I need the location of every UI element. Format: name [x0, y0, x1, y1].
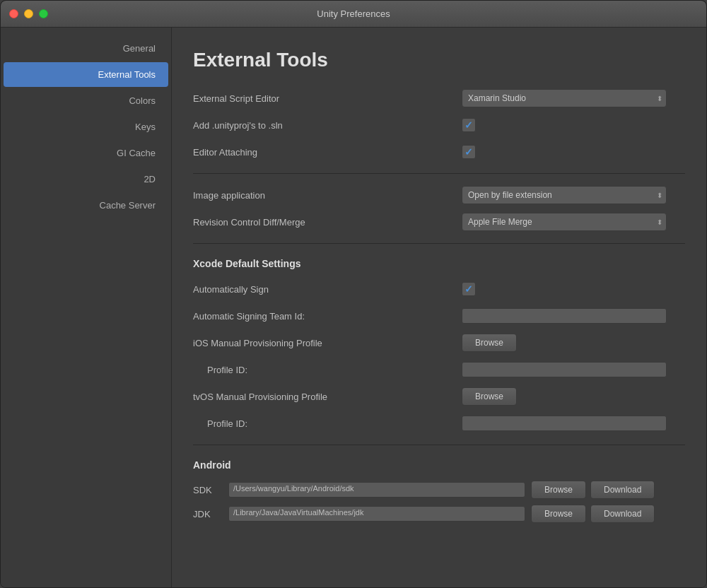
tvos-profile-id-row: Profile ID: [193, 413, 685, 433]
android-sdk-download-button[interactable]: Download [590, 481, 655, 499]
auto-sign-checkbox[interactable] [462, 282, 476, 296]
ios-profile-label: iOS Manual Provisioning Profile [193, 338, 462, 348]
editor-attaching-checkbox[interactable] [462, 145, 476, 159]
separator-3 [193, 445, 685, 445]
ios-profile-row: iOS Manual Provisioning Profile Browse [193, 333, 685, 353]
maximize-button[interactable] [39, 9, 48, 18]
android-sdk-row: SDK /Users/wangyu/Library/Android/sdk Br… [193, 481, 685, 499]
ios-profile-id-row: Profile ID: [193, 360, 685, 380]
revision-control-dropdown[interactable]: Apple File Merge [462, 213, 667, 231]
sidebar-item-cache-server[interactable]: Cache Server [4, 193, 168, 218]
minimize-button[interactable] [24, 9, 33, 18]
tvos-profile-id-input[interactable] [462, 416, 667, 431]
android-jdk-browse-button[interactable]: Browse [531, 505, 586, 523]
ios-profile-id-input[interactable] [462, 362, 667, 377]
add-unityproj-checkbox[interactable] [462, 118, 476, 132]
external-script-editor-dropdown[interactable]: Xamarin Studio [462, 89, 667, 107]
xcode-section-header: Xcode Default Settings [193, 258, 685, 269]
sidebar-item-label: Keys [135, 122, 156, 132]
sidebar-item-label: 2D [144, 174, 156, 184]
main-container: General External Tools Colors Keys GI Ca… [1, 28, 706, 587]
image-application-wrapper: Open by file extension [462, 186, 667, 204]
sidebar-item-label: Cache Server [100, 200, 156, 211]
tvos-profile-row: tvOS Manual Provisioning Profile Browse [193, 387, 685, 406]
auto-signing-team-row: Automatic Signing Team Id: [193, 306, 685, 326]
tvos-profile-label: tvOS Manual Provisioning Profile [193, 392, 462, 402]
ios-browse-button[interactable]: Browse [462, 334, 517, 352]
editor-attaching-label: Editor Attaching [193, 147, 462, 158]
editor-attaching-row: Editor Attaching [193, 142, 685, 162]
android-sdk-browse-button[interactable]: Browse [531, 481, 586, 499]
android-jdk-buttons: Browse Download [531, 505, 655, 523]
content-area: External Tools External Script Editor Xa… [172, 28, 706, 587]
tvos-profile-id-label: Profile ID: [193, 418, 462, 429]
auto-signing-team-input[interactable] [462, 308, 667, 324]
titlebar-buttons [9, 9, 48, 18]
titlebar: Unity Preferences [1, 1, 706, 28]
add-unityproj-label: Add .unityproj's to .sln [193, 120, 462, 131]
sidebar-item-2d[interactable]: 2D [4, 167, 168, 192]
image-application-label: Image application [193, 190, 462, 201]
android-sdk-path: /Users/wangyu/Library/Android/sdk [228, 482, 525, 498]
page-title: External Tools [193, 49, 685, 71]
sidebar-item-general[interactable]: General [4, 36, 168, 61]
auto-sign-label: Automatically Sign [193, 284, 462, 295]
sidebar-item-colors[interactable]: Colors [4, 88, 168, 113]
external-script-editor-label: External Script Editor [193, 93, 462, 104]
separator-1 [193, 173, 685, 174]
auto-sign-row: Automatically Sign [193, 279, 685, 299]
sidebar-item-label: General [123, 43, 156, 54]
image-application-row: Image application Open by file extension [193, 185, 685, 205]
close-button[interactable] [9, 9, 18, 18]
separator-2 [193, 243, 685, 244]
sidebar-item-gi-cache[interactable]: GI Cache [4, 141, 168, 165]
sidebar-item-label: Colors [129, 95, 156, 106]
window-frame: Unity Preferences General External Tools… [0, 0, 707, 588]
android-jdk-label: JDK [193, 509, 228, 519]
window-title: Unity Preferences [317, 8, 390, 19]
android-sdk-label: SDK [193, 485, 228, 495]
android-jdk-path: /Library/Java/JavaVirtualMachines/jdk [228, 506, 525, 522]
android-section-header: Android [193, 459, 685, 471]
sidebar-item-label: GI Cache [117, 148, 156, 158]
android-jdk-row: JDK /Library/Java/JavaVirtualMachines/jd… [193, 505, 685, 523]
sidebar-item-external-tools[interactable]: External Tools [4, 62, 168, 87]
sidebar-item-label: External Tools [98, 69, 156, 80]
ios-profile-id-label: Profile ID: [193, 365, 462, 375]
sidebar-item-keys[interactable]: Keys [4, 114, 168, 139]
android-sdk-buttons: Browse Download [531, 481, 655, 499]
revision-control-row: Revision Control Diff/Merge Apple File M… [193, 212, 685, 232]
tvos-browse-button[interactable]: Browse [462, 387, 517, 406]
image-application-dropdown[interactable]: Open by file extension [462, 186, 667, 204]
add-unityproj-row: Add .unityproj's to .sln [193, 115, 685, 135]
auto-signing-team-label: Automatic Signing Team Id: [193, 311, 462, 322]
android-jdk-download-button[interactable]: Download [590, 505, 655, 523]
revision-control-wrapper: Apple File Merge [462, 213, 667, 231]
external-script-editor-row: External Script Editor Xamarin Studio [193, 88, 685, 108]
revision-control-label: Revision Control Diff/Merge [193, 217, 462, 228]
external-script-editor-wrapper: Xamarin Studio [462, 89, 667, 107]
sidebar: General External Tools Colors Keys GI Ca… [1, 28, 172, 587]
